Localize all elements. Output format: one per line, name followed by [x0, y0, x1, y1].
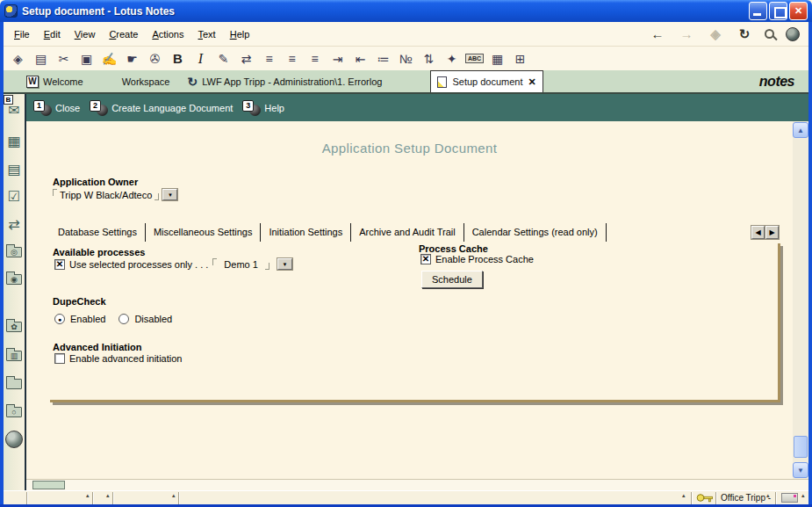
menu-actions[interactable]: Actions [145, 26, 190, 42]
initiation-settings-panel: Available processes ✕ Use selected proce… [50, 243, 780, 402]
window-border-right [808, 22, 812, 504]
create-table-icon[interactable]: ⊞ [509, 48, 531, 69]
scrollbar-thumb[interactable] [794, 436, 808, 458]
lotus-notes-app-icon [4, 4, 18, 18]
tab-database-settings[interactable]: Database Settings [50, 223, 146, 242]
tab-errorlog[interactable]: ↻ LWF App Tripp - Administration\1. Erro… [187, 75, 382, 89]
tab-scroll-left-button[interactable]: ◀ [751, 226, 765, 239]
horizontal-scrollbar-thumb[interactable] [32, 481, 65, 489]
globe-folder-icon[interactable]: ◉ [4, 266, 25, 293]
people-globe-icon[interactable] [4, 426, 25, 453]
indent-icon[interactable]: ⇥ [327, 48, 349, 69]
align-center-icon[interactable]: ≡ [281, 48, 303, 69]
status-expand-icon[interactable]: ▴ [106, 492, 110, 499]
vertical-scrollbar[interactable]: ▲ ▼ [793, 121, 808, 479]
outdent-icon[interactable]: ⇤ [349, 48, 371, 69]
horizontal-scrollbar[interactable] [26, 479, 808, 490]
tab-calendar-settings[interactable]: Calendar Settings (read only) [464, 223, 607, 242]
security-key-icon[interactable] [696, 493, 714, 504]
enable-advanced-initiation-checkbox[interactable] [54, 353, 65, 364]
address-book-icon[interactable]: ▤ [4, 156, 25, 182]
process-dropdown-button[interactable]: ▼ [277, 258, 292, 270]
spell-check-icon[interactable]: ABC [463, 48, 485, 69]
replicator-icon[interactable]: ⇄ [4, 211, 25, 237]
menu-file[interactable]: File [7, 26, 37, 42]
copy-icon[interactable]: ▣ [75, 48, 97, 69]
links-folder-icon[interactable]: ○ [4, 399, 25, 425]
dupecheck-options: ● Enabled Disabled [54, 314, 172, 324]
bold-icon[interactable]: B [167, 48, 189, 69]
application-owner-field[interactable]: Tripp W Black/Adteco ▼ [53, 189, 177, 200]
owner-dropdown-button[interactable]: ▼ [162, 189, 177, 200]
mail-icon[interactable]: B ✉ [4, 97, 25, 123]
back-icon[interactable]: ← [649, 26, 666, 41]
dupecheck-disabled-radio[interactable] [119, 314, 129, 324]
italic-icon[interactable]: I [190, 48, 212, 69]
todo-icon[interactable]: ☑ [4, 183, 25, 209]
status-expand-icon[interactable]: ▴ [801, 492, 805, 499]
system-tray-icon[interactable] [781, 493, 798, 503]
paste-icon[interactable]: ✍ [98, 48, 120, 69]
plain-folder-icon[interactable] [4, 371, 25, 397]
menu-text[interactable]: Text [191, 26, 223, 42]
tab-miscellaneous-settings[interactable]: Miscellaneous Settings [146, 223, 262, 242]
create-language-document-button[interactable]: 2 Create Language Document [90, 100, 233, 116]
settings-tab-row: Database Settings Miscellaneous Settings… [50, 223, 607, 242]
align-right-icon[interactable]: ≡ [304, 48, 326, 69]
use-selected-processes-checkbox[interactable]: ✕ [54, 259, 65, 270]
close-tab-icon[interactable]: ✕ [528, 76, 536, 88]
book-folder-icon[interactable]: ▥ [4, 343, 25, 369]
minimize-button[interactable] [749, 2, 767, 20]
menu-edit[interactable]: Edit [37, 26, 68, 42]
notes-logo: notes [759, 74, 794, 90]
enable-process-cache-checkbox[interactable]: ✕ [420, 254, 431, 264]
dialog-box-icon[interactable]: ▦ [486, 48, 508, 69]
tab-scroll-right-button[interactable]: ▶ [765, 226, 779, 239]
attach-file-icon[interactable]: ✇ [144, 48, 166, 69]
open-document-icon[interactable]: ▤ [30, 48, 52, 69]
align-left-icon[interactable]: ≡ [258, 48, 280, 69]
search-icon[interactable] [765, 29, 774, 39]
tab-setup-document[interactable]: Setup document ✕ [430, 70, 543, 92]
status-expand-icon[interactable]: ▴ [172, 492, 176, 499]
forward-icon[interactable]: → [678, 26, 695, 41]
refresh-icon[interactable]: ↻ [736, 26, 753, 42]
calendar-icon[interactable]: ▦ [4, 127, 25, 154]
numbered-list-icon[interactable]: № [395, 48, 417, 69]
sort-icon[interactable]: ⇅ [418, 48, 440, 69]
location-indicator[interactable]: Office Tripp - [721, 493, 771, 503]
highlighter-icon[interactable]: ✎ [212, 48, 234, 69]
status-expand-icon[interactable]: ▴ [766, 492, 770, 499]
scroll-up-button[interactable]: ▲ [793, 122, 808, 138]
dupecheck-enabled-radio[interactable]: ● [54, 314, 65, 324]
welcome-icon: W [26, 76, 39, 88]
scroll-down-button[interactable]: ▼ [793, 462, 808, 478]
stop-icon[interactable]: ◈ [707, 26, 724, 42]
help-action-button[interactable]: 3 Help [242, 100, 284, 116]
process-field[interactable]: Demo 1 [224, 259, 258, 270]
close-action-button[interactable]: 1 Close [33, 100, 80, 116]
open-url-icon[interactable] [786, 27, 800, 41]
award-folder-icon[interactable]: ✿ [4, 314, 25, 340]
status-expand-icon[interactable]: ▴ [86, 492, 90, 499]
schedule-button[interactable]: Schedule [421, 271, 483, 288]
maximize-button[interactable] [769, 2, 787, 20]
spotlight-icon[interactable]: ✦ [441, 48, 463, 69]
tab-workspace[interactable]: Workspace [122, 76, 170, 87]
menu-view[interactable]: View [68, 26, 103, 42]
close-window-button[interactable]: ✕ [789, 2, 808, 20]
menu-create[interactable]: Create [102, 26, 145, 42]
text-wrap-icon[interactable]: ⇄ [235, 48, 257, 69]
format-painter-icon[interactable]: ☛ [121, 48, 143, 69]
status-expand-icon[interactable]: ▴ [682, 492, 686, 499]
cd-folder-icon[interactable]: ◎ [4, 239, 25, 265]
properties-icon[interactable]: ◈ [7, 48, 29, 69]
bullet-list-icon[interactable]: ≔ [372, 48, 394, 69]
cut-icon[interactable]: ✂ [53, 48, 75, 69]
document-pane: Application Setup Document Application O… [26, 121, 793, 479]
tab-initiation-settings[interactable]: Initiation Settings [261, 223, 351, 242]
menu-help[interactable]: Help [223, 26, 257, 42]
tab-archive-audit-trail[interactable]: Archive and Audit Trail [351, 223, 463, 242]
tab-welcome[interactable]: W Welcome [26, 76, 83, 88]
bookmark-letter: B [4, 95, 13, 105]
